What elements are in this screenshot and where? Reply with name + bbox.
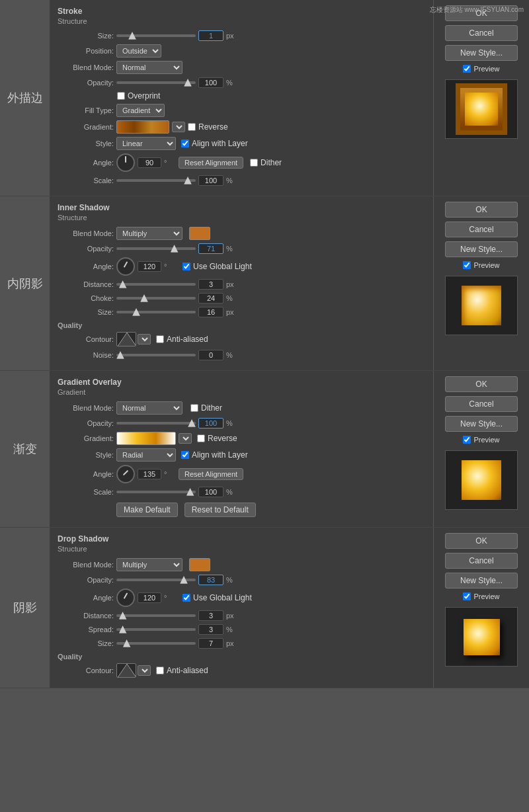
- ds-angle-dial[interactable]: [116, 589, 135, 607]
- size-value[interactable]: [198, 30, 224, 41]
- go-opacity-value[interactable]: [198, 418, 224, 428]
- go-scale-row: Scale: %: [58, 487, 425, 497]
- ok-btn-ds[interactable]: OK: [445, 533, 518, 549]
- go-style-select[interactable]: Radial Linear Angle: [116, 448, 176, 462]
- is-contour-box[interactable]: [116, 332, 136, 346]
- is-angle-dial[interactable]: [116, 257, 135, 276]
- ds-size-value[interactable]: [198, 638, 224, 649]
- preview-checkbox-stroke[interactable]: [463, 65, 471, 73]
- overprint-checkbox[interactable]: [117, 92, 125, 100]
- go-scale-value[interactable]: [198, 487, 224, 497]
- go-dither-label: Dither: [201, 403, 222, 413]
- is-distance-value[interactable]: [198, 279, 224, 290]
- opacity-value[interactable]: [198, 77, 224, 88]
- position-select[interactable]: Outside Inside Center: [116, 44, 161, 58]
- is-color-swatch[interactable]: [189, 227, 210, 240]
- go-opacity-slider[interactable]: [116, 422, 196, 425]
- is-angle-value[interactable]: [138, 261, 161, 272]
- ds-distance-slider[interactable]: [116, 614, 196, 617]
- ds-blend-select[interactable]: Multiply Normal: [116, 558, 183, 571]
- preview-checkbox-is[interactable]: [463, 261, 471, 269]
- scale-value[interactable]: [198, 175, 224, 186]
- is-size-value[interactable]: [198, 307, 224, 317]
- go-align-layer-checkbox[interactable]: [181, 451, 189, 459]
- ds-opacity-slider[interactable]: [116, 579, 196, 581]
- stroke-subtitle: Structure: [58, 17, 425, 25]
- cancel-btn-ds[interactable]: Cancel: [445, 553, 518, 569]
- go-angle-dial[interactable]: [116, 465, 135, 483]
- go-scale-slider[interactable]: [116, 491, 196, 493]
- style-select[interactable]: Linear Radial Angle: [116, 137, 176, 150]
- go-reset-alignment-btn[interactable]: Reset Alignment: [179, 468, 243, 480]
- gradient-swatch[interactable]: [116, 120, 169, 134]
- opacity-slider[interactable]: [116, 81, 196, 84]
- go-gradient-arrow[interactable]: [179, 433, 192, 444]
- is-distance-slider[interactable]: [116, 283, 196, 286]
- ds-color-swatch[interactable]: [189, 558, 210, 571]
- preview-checkbox-go[interactable]: [463, 436, 471, 444]
- is-contour-arrow[interactable]: [138, 334, 151, 345]
- go-dither-checkbox[interactable]: [190, 404, 198, 412]
- scale-slider[interactable]: [116, 179, 196, 182]
- ds-contour-box[interactable]: [116, 663, 136, 678]
- ok-btn-go[interactable]: OK: [445, 376, 518, 392]
- cancel-btn-go[interactable]: Cancel: [445, 396, 518, 412]
- new-style-btn-go[interactable]: New Style...: [445, 416, 518, 432]
- is-opacity-slider[interactable]: [116, 247, 196, 250]
- cancel-btn-is[interactable]: Cancel: [445, 222, 518, 237]
- make-default-btn[interactable]: Make Default: [116, 503, 178, 517]
- go-blend-select[interactable]: Normal Multiply: [116, 401, 183, 415]
- angle-dial[interactable]: [116, 153, 135, 172]
- is-size-slider[interactable]: [116, 311, 196, 313]
- angle-value[interactable]: [138, 157, 161, 168]
- ds-spread-slider[interactable]: [116, 628, 196, 631]
- go-style-label: Style:: [58, 451, 114, 459]
- ds-global-light-checkbox[interactable]: [183, 594, 190, 602]
- go-reverse-checkbox[interactable]: [197, 434, 205, 442]
- go-gradient-swatch[interactable]: [116, 432, 176, 445]
- ds-angle-value[interactable]: [138, 592, 161, 603]
- reset-to-default-btn[interactable]: Reset to Default: [184, 503, 256, 517]
- drop-shadow-panel: Drop Shadow Structure Blend Mode: Multip…: [50, 528, 433, 688]
- preview-checkbox-ds[interactable]: [463, 592, 471, 600]
- new-style-btn-stroke[interactable]: New Style...: [445, 45, 518, 61]
- go-defaults-row: Make Default Reset to Default: [58, 503, 425, 517]
- ok-btn-is[interactable]: OK: [445, 202, 518, 218]
- reset-alignment-btn[interactable]: Reset Alignment: [179, 157, 243, 169]
- is-contour-row: Contour: Anti-aliased: [58, 332, 425, 346]
- ds-angle-degree: °: [164, 594, 176, 602]
- fill-type-select[interactable]: Gradient Color Pattern: [116, 104, 165, 117]
- is-opacity-unit: %: [226, 245, 238, 253]
- ds-opacity-value[interactable]: [198, 575, 224, 585]
- dither-checkbox[interactable]: [250, 159, 258, 167]
- ds-size-slider[interactable]: [116, 642, 196, 645]
- gradient-arrow[interactable]: [172, 122, 185, 132]
- is-opacity-value[interactable]: [198, 243, 224, 254]
- size-slider[interactable]: [116, 34, 196, 37]
- stroke-label: 外描边: [0, 0, 50, 196]
- new-style-btn-is[interactable]: New Style...: [445, 241, 518, 257]
- is-noise-value[interactable]: [198, 350, 224, 360]
- go-angle-label: Angle:: [58, 470, 114, 478]
- is-choke-value[interactable]: [198, 293, 224, 304]
- ds-anti-aliased-checkbox[interactable]: [156, 667, 164, 674]
- cancel-btn-stroke[interactable]: Cancel: [445, 25, 518, 41]
- ds-spread-value[interactable]: [198, 624, 224, 635]
- is-anti-aliased-checkbox[interactable]: [156, 335, 164, 343]
- fill-type-row: Fill Type: Gradient Color Pattern: [58, 104, 425, 117]
- ds-sidebar: OK Cancel New Style... Preview: [433, 528, 529, 688]
- blend-mode-select[interactable]: Normal Multiply: [116, 61, 183, 74]
- go-gradient-row: Gradient: Reverse: [58, 432, 425, 445]
- ds-contour-arrow[interactable]: [138, 665, 151, 676]
- is-global-light-checkbox[interactable]: [183, 263, 190, 270]
- go-angle-value[interactable]: [138, 469, 161, 479]
- new-style-btn-ds[interactable]: New Style...: [445, 573, 518, 589]
- drop-shadow-label: 阴影: [0, 528, 50, 688]
- is-choke-slider[interactable]: [116, 297, 196, 300]
- ds-distance-value[interactable]: [198, 610, 224, 621]
- is-noise-slider[interactable]: [116, 354, 196, 356]
- reverse-checkbox[interactable]: [188, 123, 196, 131]
- is-blend-select[interactable]: Multiply Normal: [116, 227, 183, 240]
- is-angle-label: Angle:: [58, 263, 114, 270]
- align-layer-checkbox[interactable]: [181, 140, 189, 147]
